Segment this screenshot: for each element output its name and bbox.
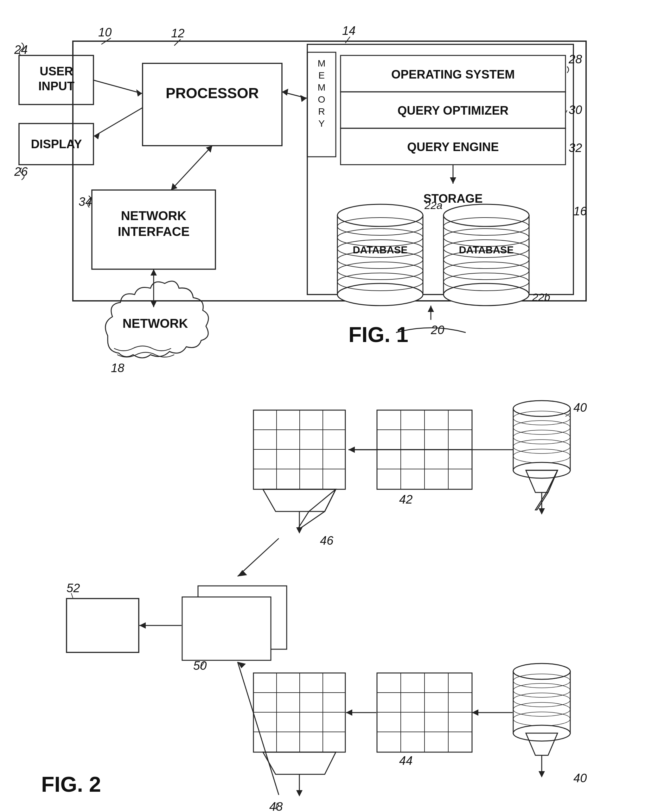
db1-label: DATABASE xyxy=(353,244,407,256)
ref20-label: 20 xyxy=(431,324,444,337)
ref40a-label: 40 xyxy=(573,401,587,414)
svg-marker-65 xyxy=(296,527,303,534)
svg-marker-32 xyxy=(150,269,157,276)
db1-bottom xyxy=(338,284,423,305)
ref16-label: 16 xyxy=(573,205,587,218)
ref42-label: 42 xyxy=(399,493,413,506)
fig2-title: FIG. 2 xyxy=(41,772,101,796)
os-label: OPERATING SYSTEM xyxy=(391,68,515,81)
svg-marker-87 xyxy=(346,710,352,716)
grid-filter-46 xyxy=(254,410,345,489)
query-optimizer-label: QUERY OPTIMIZER xyxy=(397,104,509,117)
svg-point-102 xyxy=(513,702,570,716)
network-label: NETWORK xyxy=(122,316,188,330)
svg-point-101 xyxy=(513,693,570,707)
svg-marker-73 xyxy=(139,622,146,629)
processor-box xyxy=(142,63,282,146)
svg-marker-8 xyxy=(300,95,307,102)
ref52-label: 52 xyxy=(67,582,80,595)
ref44-label: 44 xyxy=(399,754,413,767)
ref10-label: 10 xyxy=(98,26,112,39)
ref30-label: 30 xyxy=(569,103,582,116)
ref12-label: 12 xyxy=(171,27,184,40)
mem-o: O xyxy=(318,94,325,104)
svg-point-37 xyxy=(513,430,570,444)
ref26-label: 26 xyxy=(14,165,28,178)
ref40b-label: 40 xyxy=(573,771,587,785)
mem-r: R xyxy=(318,106,325,116)
ref18-label: 18 xyxy=(111,361,124,375)
mem-y: Y xyxy=(318,118,325,128)
svg-line-108 xyxy=(238,662,279,795)
mem-e: E xyxy=(318,70,325,81)
db2-bottom xyxy=(443,284,529,305)
svg-marker-84 xyxy=(296,790,303,797)
svg-point-17 xyxy=(338,262,423,279)
svg-point-14 xyxy=(338,229,423,246)
svg-marker-44 xyxy=(538,508,545,514)
user-input-label1: USER xyxy=(40,65,73,78)
svg-marker-4 xyxy=(136,89,142,96)
db2-top xyxy=(443,204,529,226)
svg-marker-82 xyxy=(263,752,336,774)
db2-label: DATABASE xyxy=(459,244,514,256)
ref32-label: 32 xyxy=(569,141,582,154)
svg-marker-63 xyxy=(263,489,336,511)
svg-rect-70 xyxy=(182,597,271,660)
doc-box-50 xyxy=(182,586,287,660)
mem-m1: M xyxy=(318,58,326,69)
ref22b-label: 22b xyxy=(532,291,550,303)
svg-line-27 xyxy=(171,146,212,190)
display-label: DISPLAY xyxy=(31,137,82,151)
inner-box-14 xyxy=(307,44,573,295)
svg-line-2 xyxy=(345,37,350,43)
svg-line-45 xyxy=(566,413,570,417)
ref14-label: 14 xyxy=(342,24,355,37)
svg-line-1 xyxy=(174,39,180,46)
svg-marker-26 xyxy=(428,305,434,312)
svg-marker-107 xyxy=(538,771,545,777)
ref28-label: 28 xyxy=(569,53,582,66)
svg-marker-67 xyxy=(238,570,247,576)
ref22a-label: 22a xyxy=(424,199,443,211)
svg-marker-31 xyxy=(150,301,157,307)
svg-line-10 xyxy=(566,110,567,113)
query-engine-label: QUERY ENGINE xyxy=(407,140,499,154)
svg-point-38 xyxy=(513,440,570,453)
user-input-label2: INPUT xyxy=(38,79,75,93)
fig1-title: FIG. 1 xyxy=(348,322,408,346)
mem-m2: M xyxy=(318,82,326,93)
ref50-label: 50 xyxy=(193,659,206,672)
diagram-container: 10 12 14 PROCESSOR USER INPUT 24 DISPLAY… xyxy=(0,0,645,812)
svg-point-23 xyxy=(443,262,529,279)
svg-point-103 xyxy=(513,712,570,726)
svg-point-100 xyxy=(513,684,570,698)
svg-point-39 xyxy=(513,449,570,463)
ref48-label: 48 xyxy=(269,800,283,812)
processor-label: PROCESSOR xyxy=(166,85,259,101)
svg-line-3 xyxy=(93,80,142,93)
box-52 xyxy=(67,598,139,652)
svg-line-5 xyxy=(94,108,142,136)
svg-point-36 xyxy=(513,421,570,435)
svg-marker-9 xyxy=(282,89,288,96)
network-interface-label2: INTERFACE xyxy=(118,224,190,238)
svg-marker-96 xyxy=(472,710,478,716)
grid-44 xyxy=(377,673,472,752)
ref46-label: 46 xyxy=(320,534,333,547)
svg-line-66 xyxy=(238,538,279,576)
svg-marker-12 xyxy=(450,177,456,184)
svg-point-20 xyxy=(443,229,529,246)
network-interface-label1: NETWORK xyxy=(121,209,186,223)
db1-top xyxy=(338,204,423,226)
svg-marker-6 xyxy=(94,132,100,139)
grid-filter-48 xyxy=(254,673,345,752)
